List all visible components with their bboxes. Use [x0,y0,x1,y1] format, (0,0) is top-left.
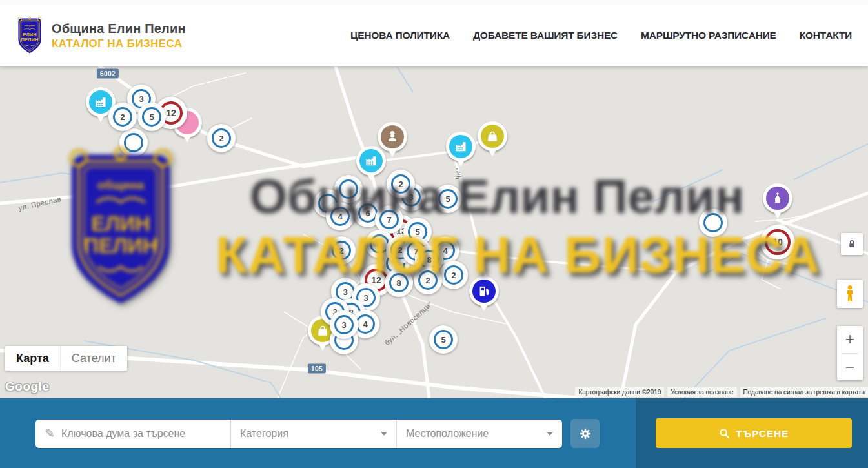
map-data-copyright: Картографски данни ©2019 [575,387,664,397]
pencil-icon: ✎ [45,426,55,441]
search-button[interactable]: ТЪРСЕНЕ [656,418,852,448]
site-subtitle: КАТАЛОГ НА БИЗНЕСА [52,37,186,50]
google-logo[interactable]: Google [5,380,49,394]
map-shopping-pin[interactable] [478,121,507,151]
location-select-value: Местоположение [406,428,489,440]
svg-text:ПЕЛИН: ПЕЛИН [83,234,157,258]
site-title: Община Елин Пелин [52,21,186,36]
shopping-bag-icon [485,129,500,143]
factory-icon [364,154,378,168]
site-logo[interactable]: община ЕЛИН ПЕЛИН Община Елин Пелин КАТА… [14,16,186,55]
worker-icon [385,130,399,144]
search-button-label: ТЪРСЕНЕ [736,428,789,439]
road-number-badge: 105 [308,364,326,374]
keyword-field-wrap: ✎ [35,420,230,448]
zoom-out-button[interactable]: − [837,354,863,381]
chevron-down-icon [547,432,553,436]
nav-link[interactable]: ЦЕНОВА ПОЛИТИКА [350,30,450,41]
search-bar: ✎ Категория Местоположение [0,398,868,468]
lock-button[interactable] [841,233,863,255]
watermark-subtitle: КАТАЛОГ НА БИЗНЕСА [216,225,778,285]
svg-text:община: община [97,178,145,192]
map-cluster-marker[interactable]: 5 [137,103,166,131]
main-nav: ЦЕНОВА ПОЛИТИКАДОБАВЕТЕ ВАШИЯТ БИЗНЕСМАР… [350,30,852,41]
road-number-badge: 6002 [97,69,119,79]
advanced-settings-button[interactable] [570,419,600,448]
chevron-down-icon [381,432,387,436]
map-type-control: Карта Сателит [5,346,127,371]
nav-link[interactable]: КОНТАКТИ [800,30,852,41]
google-map[interactable]: 6002105 ул. Преславбул. „Новоселци“ци“ [0,66,868,398]
pegman-icon [842,283,858,304]
svg-text:ЕЛИН: ЕЛИН [91,212,150,236]
category-select-value: Категория [240,428,288,440]
attribution-link[interactable]: Подаване на сигнал за грешка в картата [740,387,868,397]
zoom-control: + − [837,326,863,380]
page: община ЕЛИН ПЕЛИН Община Елин Пелин КАТА… [0,0,868,468]
map-attribution: Картографски данни ©2019Условия за ползв… [572,387,868,397]
zoom-in-button[interactable]: + [837,326,863,353]
search-fields-group: ✎ Категория Местоположение [35,420,562,448]
map-worker-pin[interactable] [378,122,407,152]
attribution-link[interactable]: Условия за ползване [667,387,736,397]
map-cluster-marker[interactable]: 2 [108,103,137,131]
nav-link[interactable]: МАРШРУТНО РАЗПИСАНИЕ [641,30,776,41]
gear-icon [578,427,592,441]
map-factory-pin[interactable] [446,132,476,161]
shopping-bag-icon [316,323,330,338]
map-type-satellite-button[interactable]: Сателит [60,346,127,371]
search-icon [719,428,730,439]
factory-icon [94,95,108,109]
fuel-pump-icon [477,284,491,298]
watermark-title: Община Елин Пелин [212,168,782,224]
watermark-shield-logo: община ЕЛИН ПЕЛИН [54,137,187,318]
svg-text:община: община [25,24,35,27]
site-header: община ЕЛИН ПЕЛИН Община Елин Пелин КАТА… [0,0,868,66]
lock-icon [846,238,858,250]
location-select[interactable]: Местоположение [396,420,562,448]
map-cluster-marker[interactable]: 3 [330,310,358,339]
street-view-pegman[interactable] [837,280,863,308]
municipality-shield-icon: община ЕЛИН ПЕЛИН [14,16,45,55]
map-cluster-marker[interactable]: 2 [207,124,236,152]
factory-icon [454,139,468,154]
category-select[interactable]: Категория [230,420,396,448]
svg-text:ПЕЛИН: ПЕЛИН [21,37,39,43]
map-cluster-marker[interactable]: 5 [429,325,458,354]
map-type-map-button[interactable]: Карта [5,346,60,371]
nav-link[interactable]: ДОБАВЕТЕ ВАШИЯТ БИЗНЕС [473,30,618,41]
keyword-input[interactable] [61,420,224,448]
